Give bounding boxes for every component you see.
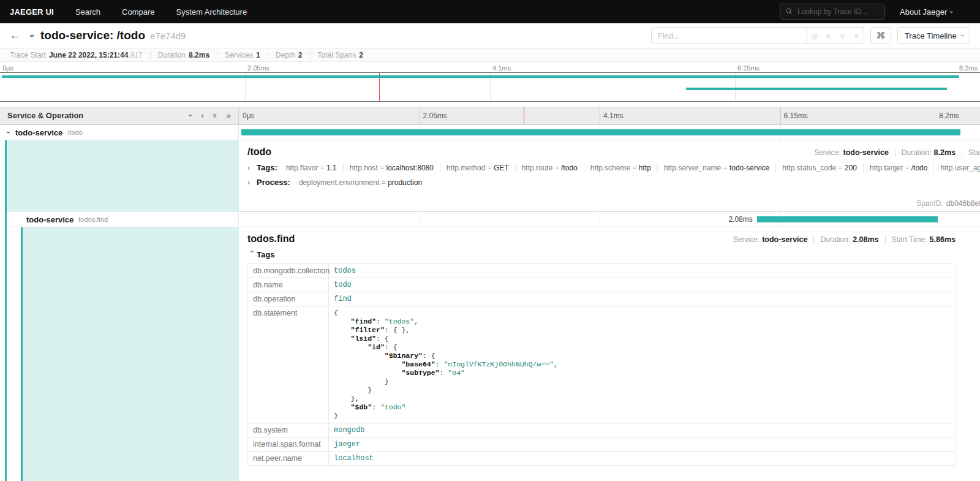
- tag-item: http.status_code 200: [776, 164, 864, 172]
- tag-item: http.flavor 1.1: [280, 164, 344, 172]
- timeline-cursor-line: [524, 107, 524, 124]
- keyboard-shortcuts-button[interactable]: ⌘: [870, 27, 891, 44]
- minimap-span-bar-todos-find: [686, 88, 947, 90]
- trace-title-chevron-icon[interactable]: ›: [28, 34, 37, 37]
- span-service-name: todo-service: [26, 215, 74, 224]
- span-bar-todo[interactable]: [241, 129, 960, 135]
- span-row-todo: › todo-service /todo: [0, 125, 980, 140]
- trace-title: todo-service: /todo: [40, 29, 145, 42]
- key-value-row: db.operation find: [248, 292, 956, 306]
- tags-accordion-open[interactable]: › Tags: [247, 250, 956, 259]
- tag-item: http.route /todo: [516, 164, 584, 172]
- span-bar-todos-find[interactable]: 2.08ms: [757, 216, 938, 222]
- key-value-row: db.system mongodb: [248, 423, 956, 437]
- axis-tick: 2.05ms: [423, 112, 447, 120]
- jaeger-logo[interactable]: JAEGER UI: [10, 7, 54, 17]
- axis-tick: 4.1ms: [603, 112, 624, 120]
- tag-key: http.target: [870, 164, 911, 172]
- tag-key: http.flavor: [286, 164, 326, 172]
- kv-value: todo: [329, 278, 956, 292]
- axis-tick: 8.2ms: [939, 112, 959, 120]
- span-name-todos-find[interactable]: todo-service todos.find: [0, 212, 239, 227]
- back-arrow-icon[interactable]: ←: [10, 29, 20, 42]
- kv-key: db.statement: [248, 306, 329, 423]
- span-detail-header: /todo Service: todo-service Duration: 8.…: [247, 146, 980, 157]
- main-nav: SearchCompareSystem Architecture: [54, 7, 247, 17]
- trace-view-selector[interactable]: Trace Timeline ›: [897, 27, 970, 44]
- meta-item: Start Time: 0μs: [962, 148, 980, 157]
- meta-label: Start Time:: [968, 148, 980, 157]
- tag-item: deployment.environment production: [293, 178, 428, 187]
- collapse-all-icon[interactable]: »: [227, 112, 231, 119]
- summary-value: 8.2ms: [189, 51, 209, 59]
- tag-value: GET: [494, 164, 509, 172]
- next-match-icon[interactable]: ∨: [835, 31, 850, 40]
- summary-item: Total Spans 2: [310, 51, 363, 59]
- chevron-down-icon: ›: [249, 250, 256, 259]
- chevron-right-icon: ›: [247, 179, 257, 186]
- key-value-row: net.peer.name localhost: [248, 452, 956, 466]
- tag-item: http.target /todo: [864, 164, 934, 172]
- meta-item: Service: todo-service: [733, 235, 808, 244]
- trace-view-label: Trace Timeline: [905, 31, 957, 40]
- clear-find-icon[interactable]: ×: [850, 31, 864, 40]
- span-detail-title: /todo: [247, 146, 271, 157]
- expand-all-icon[interactable]: »: [211, 113, 219, 118]
- top-navbar: JAEGER UI SearchCompareSystem Architectu…: [0, 0, 980, 23]
- key-value-row: db.statement { "find": "todos", "filter"…: [248, 306, 956, 423]
- key-value-row: db.mongodb.collection todos: [248, 264, 956, 278]
- span-id-label: SpanID:: [916, 199, 943, 208]
- process-accordion[interactable]: › Process: deployment.environment produc…: [247, 178, 980, 187]
- tags-accordion-label: Tags:: [257, 163, 277, 172]
- chevron-right-icon: ›: [247, 164, 257, 172]
- minimap-tick: 6.15ms: [737, 64, 760, 72]
- tag-item: http.scheme http: [584, 164, 658, 172]
- tag-key: http.method: [447, 164, 494, 172]
- summary-item: Trace Start June 22 2022, 15:21:44 .917: [10, 51, 143, 59]
- tag-value: http: [639, 164, 651, 172]
- tag-item: http.user_agent M…: [934, 164, 980, 172]
- meta-label: Duration:: [820, 235, 850, 244]
- span-timeline-todos-find: 2.08ms: [239, 212, 980, 227]
- nav-item[interactable]: System Architecture: [176, 7, 247, 17]
- prev-match-icon[interactable]: ∧: [821, 31, 835, 40]
- about-jaeger-menu[interactable]: About Jaeger ›: [900, 7, 953, 17]
- summary-item: Services 1: [217, 51, 260, 59]
- minimap-tick: 2.05ms: [247, 64, 270, 72]
- kv-key: net.peer.name: [248, 452, 329, 466]
- tags-summary-list: http.flavor 1.1 http.host localhost:8080…: [280, 164, 980, 172]
- span-timeline-todo: [239, 125, 980, 140]
- expand-one-icon[interactable]: ›: [187, 114, 195, 116]
- span-service-name: todo-service: [15, 128, 62, 137]
- span-detail-meta: Service: todo-service Duration: 8.2ms St…: [814, 148, 980, 157]
- nav-item[interactable]: Search: [75, 7, 100, 17]
- kv-value: { "find": "todos", "filter": { }, "lsid"…: [329, 306, 956, 423]
- span-operation-name: /todo: [67, 129, 82, 136]
- about-jaeger-label: About Jaeger: [900, 7, 947, 17]
- trace-header-toolbar: ◎ ∧ ∨ × ⌘ Trace Timeline ›: [651, 27, 970, 44]
- match-icon[interactable]: ◎: [807, 31, 821, 40]
- trace-header: ← › todo-service: /todo e7e74d9 ◎ ∧ ∨ × …: [0, 23, 980, 48]
- minimap-span-bar-todo: [2, 75, 959, 78]
- span-bar: [241, 129, 960, 135]
- span-name-todo[interactable]: › todo-service /todo: [0, 125, 239, 140]
- minimap-tick: 0μs: [2, 64, 13, 72]
- find-input[interactable]: [651, 27, 807, 44]
- span-detail-card-todo: /todo Service: todo-service Duration: 8.…: [239, 140, 980, 212]
- trace-minimap[interactable]: [0, 72, 980, 102]
- nav-item[interactable]: Compare: [122, 7, 154, 17]
- lookup-trace-id-input[interactable]: [796, 7, 880, 17]
- span-id-value: db046b8efc5b7452: [946, 199, 980, 208]
- summary-value: 2: [359, 51, 363, 59]
- trace-summary-bar: Trace Start June 22 2022, 15:21:44 .917 …: [0, 48, 980, 62]
- chevron-down-icon[interactable]: ›: [5, 129, 12, 137]
- axis-tick: 0μs: [243, 112, 255, 120]
- span-detail-indent: [0, 227, 239, 481]
- kv-key: db.system: [248, 423, 329, 437]
- kv-value: jaeger: [329, 437, 956, 452]
- tags-accordion[interactable]: › Tags: http.flavor 1.1 http.host: [247, 163, 980, 172]
- axis-gridline: [420, 107, 420, 124]
- summary-label: Trace Start: [10, 51, 46, 59]
- kv-value: localhost: [329, 452, 956, 466]
- collapse-one-icon[interactable]: ›: [201, 112, 203, 119]
